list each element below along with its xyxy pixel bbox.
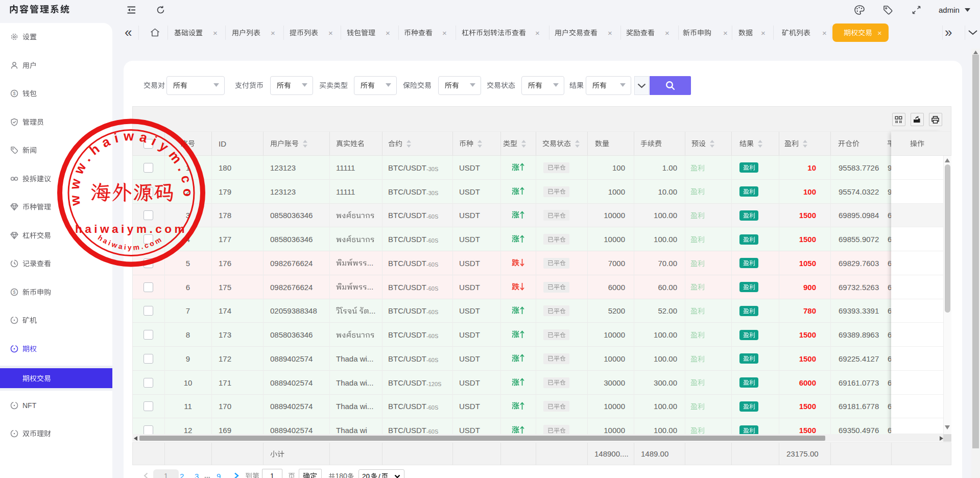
svg-text:haiwaiym.com: haiwaiym.com (97, 233, 164, 252)
svg-text:haiwaiym.com: haiwaiym.com (75, 223, 187, 235)
